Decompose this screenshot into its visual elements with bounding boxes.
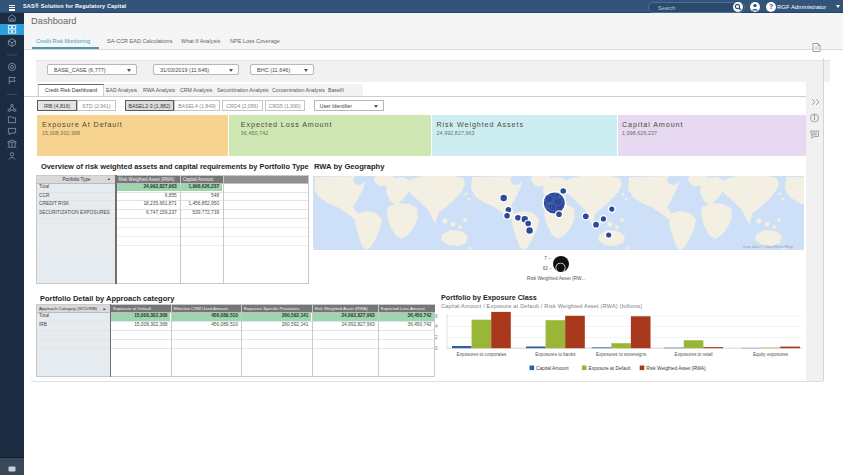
svg-text:4: 4 (435, 324, 438, 329)
svg-text:?: ? (769, 3, 773, 10)
svg-text:6: 6 (435, 314, 438, 319)
svg-text:Exposures to sovereigns: Exposures to sovereigns (596, 352, 647, 357)
svg-text:62 –: 62 – (543, 266, 552, 271)
svg-text:7 –: 7 – (544, 256, 551, 261)
svg-text:Exposures to corporates: Exposures to corporates (457, 352, 507, 357)
svg-text:Risk Weighted Asset (RWA): Risk Weighted Asset (RWA) (646, 366, 706, 371)
svg-text:Equity exposures: Equity exposures (753, 352, 789, 357)
svg-text:Exposures to retail: Exposures to retail (675, 352, 713, 357)
svg-text:map data © OpenStreetMap: map data © OpenStreetMap (743, 244, 794, 249)
svg-text:Exposure at Default: Exposure at Default (589, 366, 632, 371)
svg-text:Risk Weighted Asset (RW...: Risk Weighted Asset (RW... (527, 276, 585, 281)
svg-text:0: 0 (435, 346, 438, 351)
svg-text:Exposures to banks: Exposures to banks (535, 352, 576, 357)
svg-text:2: 2 (435, 335, 438, 340)
svg-text:Capital Amount: Capital Amount (536, 366, 569, 371)
